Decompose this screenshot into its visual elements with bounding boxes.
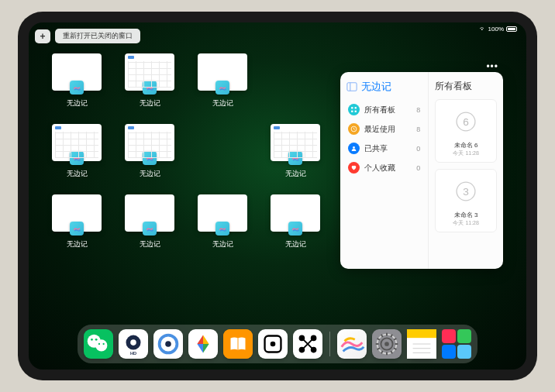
- freeform-app-icon: [70, 81, 84, 95]
- window-label: 无边记: [285, 239, 306, 249]
- svg-text:3: 3: [463, 186, 469, 198]
- thumbnail-preview: [271, 194, 320, 232]
- ipad-frame: ᯤ 100% + 重新打开已关闭的窗口 无边记 无边记 无边记 无边记 无边记: [18, 12, 537, 380]
- thumbnail-preview: [271, 124, 320, 161]
- svg-point-17: [103, 343, 105, 345]
- board-card[interactable]: 3 未命名 3 今天 11:28: [435, 169, 497, 232]
- board-card[interactable]: 6 未命名 6 今天 11:28: [435, 99, 497, 163]
- thumbnail-preview: [125, 194, 174, 232]
- dock: HD: [78, 325, 477, 363]
- dock-wechat-icon[interactable]: [84, 329, 113, 359]
- panel-right-title: 所有看板: [435, 80, 497, 93]
- window-label: 无边记: [67, 169, 88, 179]
- sidebar-toggle-icon[interactable]: [346, 81, 357, 92]
- grid-icon: [348, 104, 360, 115]
- window-thumbnail[interactable]: 无边记: [125, 194, 174, 249]
- dock-freeform-icon[interactable]: [337, 329, 367, 359]
- svg-point-26: [271, 342, 276, 347]
- window-label: 无边记: [212, 239, 233, 249]
- window-label: 无边记: [140, 239, 160, 249]
- svg-text:6: 6: [463, 116, 469, 128]
- freeform-app-icon: [143, 222, 157, 236]
- dock-notes-icon[interactable]: [407, 329, 436, 359]
- svg-point-14: [91, 339, 93, 341]
- window-thumbnail[interactable]: 无边记: [271, 124, 320, 179]
- window-label: 无边记: [212, 98, 233, 108]
- dock-dice-icon[interactable]: [258, 329, 288, 359]
- board-name: 未命名 3: [440, 211, 491, 219]
- nav-row-label: 已共享: [364, 143, 412, 154]
- window-thumbnail[interactable]: 无边记: [52, 53, 102, 108]
- freeform-app-icon: [70, 222, 84, 236]
- svg-point-19: [130, 339, 136, 346]
- svg-point-13: [95, 339, 107, 351]
- thumbnail-preview: [125, 124, 174, 161]
- nav-row-clock[interactable]: 最近使用 8: [346, 119, 422, 139]
- heart-icon: [348, 162, 360, 174]
- wifi-icon: ᯤ: [480, 26, 486, 33]
- window-thumbnail[interactable]: 无边记: [198, 194, 247, 249]
- window-label: 无边记: [140, 169, 160, 179]
- dock-settings-icon[interactable]: [372, 329, 402, 359]
- freeform-app-icon: [288, 222, 302, 236]
- window-thumbnail[interactable]: 无边记: [52, 124, 102, 179]
- dock-separator: [329, 332, 330, 356]
- thumbnail-preview: [125, 53, 174, 91]
- svg-point-15: [95, 339, 98, 341]
- top-toolbar: + 重新打开已关闭的窗口: [35, 29, 140, 43]
- panel-title: 无边记: [361, 80, 391, 94]
- nav-row-label: 个人收藏: [364, 163, 412, 174]
- nav-row-count: 8: [416, 106, 420, 114]
- dock-books-icon[interactable]: [223, 329, 253, 359]
- nav-row-label: 所有看板: [364, 105, 412, 115]
- svg-point-16: [98, 343, 100, 345]
- freeform-app-icon: [215, 81, 229, 95]
- thumbnail-preview: [52, 194, 102, 232]
- board-preview: 6: [440, 105, 491, 139]
- svg-rect-5: [355, 111, 357, 112]
- window-label: 无边记: [140, 98, 160, 108]
- svg-point-33: [384, 342, 389, 346]
- dock-play-icon[interactable]: [188, 329, 218, 359]
- nav-row-heart[interactable]: 个人收藏 0: [346, 158, 422, 177]
- dock-nodes-icon[interactable]: [293, 329, 322, 359]
- svg-rect-4: [351, 111, 353, 112]
- svg-text:HD: HD: [130, 351, 136, 356]
- nav-row-count: 0: [416, 164, 420, 172]
- thumbnail-preview: [52, 124, 102, 161]
- window-label: 无边记: [285, 169, 306, 179]
- sidebar-panel: ••• 无边记 所有看板 8 最近使用 8 已共享 0 个人收藏 0 所有看板 …: [340, 72, 503, 269]
- nav-row-label: 最近使用: [364, 124, 412, 135]
- more-icon[interactable]: •••: [486, 61, 498, 72]
- panel-right: 所有看板 6 未命名 6 今天 11:28 3 未命名 3 今天 11:28: [429, 72, 503, 269]
- window-thumbnail[interactable]: 无边记: [198, 53, 247, 108]
- freeform-app-icon: [215, 222, 229, 236]
- window-thumbnail[interactable]: 无边记: [125, 124, 174, 179]
- freeform-app-icon: [288, 151, 302, 165]
- clock-icon: [348, 123, 360, 135]
- svg-point-22: [165, 341, 171, 347]
- reopen-closed-window-button[interactable]: 重新打开已关闭的窗口: [55, 29, 140, 43]
- svg-rect-3: [355, 107, 357, 108]
- dock-quark-icon[interactable]: [153, 329, 183, 359]
- dock-quark-hd-icon[interactable]: HD: [119, 329, 148, 359]
- svg-rect-2: [351, 107, 353, 108]
- board-date: 今天 11:28: [440, 219, 491, 227]
- nav-row-people[interactable]: 已共享 0: [346, 139, 422, 158]
- status-bar: ᯤ 100%: [480, 26, 517, 33]
- new-window-button[interactable]: +: [35, 29, 50, 43]
- thumbnail-preview: [52, 53, 102, 91]
- people-icon: [348, 143, 360, 154]
- nav-row-grid[interactable]: 所有看板 8: [346, 100, 422, 119]
- freeform-app-icon: [143, 81, 157, 95]
- nav-row-count: 8: [416, 126, 420, 133]
- dock-recent-apps[interactable]: [442, 329, 471, 359]
- freeform-app-icon: [143, 151, 157, 165]
- window-thumbnail[interactable]: 无边记: [52, 194, 102, 249]
- window-thumbnail[interactable]: 无边记: [271, 194, 320, 249]
- board-name: 未命名 6: [440, 141, 491, 150]
- panel-header: 无边记: [346, 80, 422, 94]
- svg-rect-46: [407, 329, 436, 338]
- board-preview: 3: [440, 174, 491, 208]
- window-thumbnail[interactable]: 无边记: [125, 53, 174, 108]
